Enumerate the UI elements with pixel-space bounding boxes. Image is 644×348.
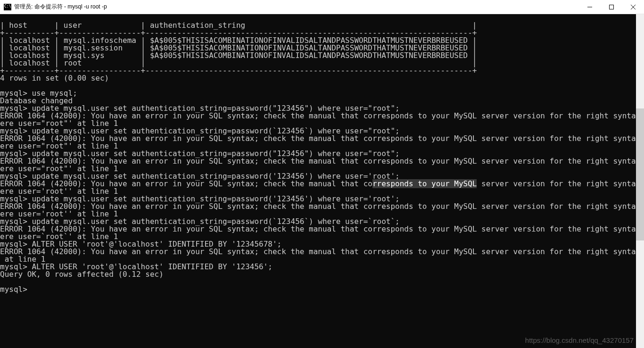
scrollbar-thumb[interactable] <box>636 108 644 240</box>
window-titlebar: 管理员: 命令提示符 - mysql -u root -p <box>0 0 644 14</box>
svg-rect-1 <box>610 5 614 9</box>
window-controls <box>579 0 644 14</box>
rows-in-set: 4 rows in set (0.00 sec) <box>0 74 109 83</box>
minimize-icon <box>587 5 592 9</box>
cmd-icon <box>4 4 11 10</box>
terminal-area[interactable]: | host | user | authentication_string | … <box>0 14 644 301</box>
title-left: 管理员: 命令提示符 - mysql -u root -p <box>4 3 107 11</box>
minimize-button[interactable] <box>579 0 601 14</box>
error-line: ERROR 1064 (42000): You have an error in… <box>0 247 644 256</box>
terminal-content: | host | user | authentication_string | … <box>0 22 644 293</box>
close-icon <box>631 5 636 9</box>
window-title: 管理员: 命令提示符 - mysql -u root -p <box>14 3 107 11</box>
maximize-button[interactable] <box>601 0 622 14</box>
selected-text: rresponds to your MySQL <box>372 179 477 188</box>
watermark-text: https://blog.csdn.net/qq_43270157 <box>525 336 634 344</box>
output-line: Query OK, 0 rows affected (0.12 sec) <box>0 270 164 279</box>
maximize-icon <box>609 5 614 9</box>
close-button[interactable] <box>622 0 644 14</box>
vertical-scrollbar[interactable] <box>636 14 644 348</box>
prompt-line: mysql> <box>0 285 27 294</box>
